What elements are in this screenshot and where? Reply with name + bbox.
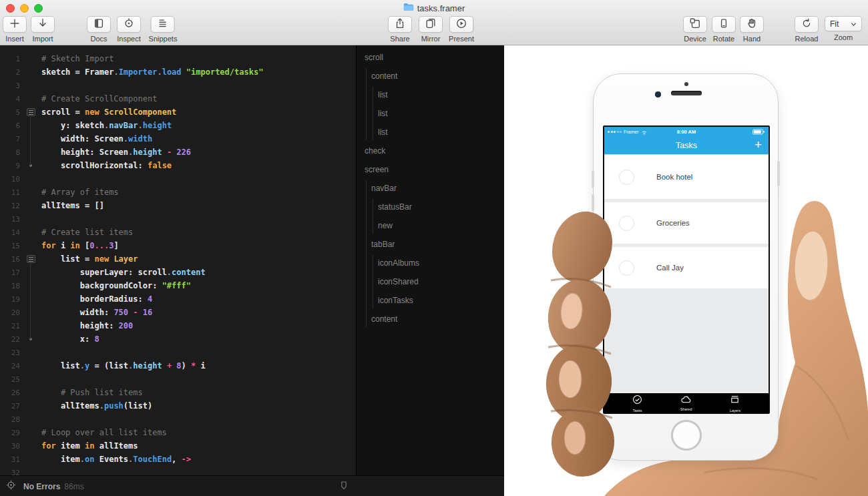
layer-item-navBar[interactable]: navBar xyxy=(357,179,504,198)
code-editor[interactable]: 1 # Sketch Import2 sketch = Framer.Impor… xyxy=(0,45,356,475)
task-checkbox-circle[interactable] xyxy=(619,260,634,276)
code-line-text[interactable]: height: Screen.height - 226 xyxy=(41,148,356,157)
code-line-text[interactable]: item.on Events.TouchEnd, -> xyxy=(41,455,356,464)
line-number: 32 xyxy=(0,469,20,476)
line-number: 19 xyxy=(0,295,20,304)
toolbar-button-rotate[interactable]: Rotate xyxy=(712,16,736,43)
line-number: 4 xyxy=(0,95,20,103)
toolbar-button-mirror[interactable]: Mirror xyxy=(419,16,443,43)
line-number: 9 xyxy=(0,162,20,170)
layer-item-iconAlbums[interactable]: iconAlbums xyxy=(357,254,504,272)
line-number: 6 xyxy=(0,121,20,130)
window-title: tasks.framer xyxy=(0,3,868,13)
code-line-text[interactable]: height: 200 xyxy=(41,321,356,330)
code-line-text[interactable]: width: 750 - 16 xyxy=(41,308,356,317)
code-line: 9 scrollHorizontal: false xyxy=(0,159,356,172)
line-number: 1 xyxy=(0,55,20,63)
zoom-dropdown[interactable]: Fit xyxy=(825,16,862,31)
connect-device-icon[interactable] xyxy=(339,480,349,495)
toolbar-button-hand[interactable]: Hand xyxy=(740,16,764,43)
code-line-text[interactable]: scrollHorizontal: false xyxy=(41,161,356,170)
layer-item-screen[interactable]: screen xyxy=(357,160,504,179)
toolbar-button-docs[interactable]: Docs xyxy=(87,16,111,43)
code-line-text[interactable]: width: Screen.width xyxy=(41,134,356,144)
inspect-target-icon xyxy=(123,17,135,32)
code-line-text[interactable]: sketch = Framer.Importer.load "imported/… xyxy=(41,67,356,77)
layer-item-iconShared[interactable]: iconShared xyxy=(357,272,504,291)
layer-item-statusBar[interactable]: statusBar xyxy=(357,198,504,216)
task-item-1[interactable]: Book hotel xyxy=(604,155,769,199)
code-fold-icon[interactable] xyxy=(27,255,35,263)
line-number: 21 xyxy=(0,322,20,330)
code-line-text[interactable]: # Loop over all list items xyxy=(41,428,356,437)
task-item-2[interactable]: Groceries xyxy=(604,202,769,244)
code-line-text[interactable]: # Push list items xyxy=(41,388,356,397)
phone-tab-tasks[interactable]: Tasks xyxy=(632,393,643,413)
line-number: 25 xyxy=(0,375,20,384)
code-line-text[interactable]: allItems.push(list) xyxy=(41,401,356,411)
code-line: 5 scroll = new ScrollComponent xyxy=(0,105,356,119)
layer-indent-guide xyxy=(373,255,373,308)
phone-status-bar: Framer 8:00 AM xyxy=(604,127,769,137)
phone-tab-layers[interactable]: Layers xyxy=(729,393,741,413)
line-number: 22 xyxy=(0,335,20,344)
device-screen: Framer 8:00 AM xyxy=(603,126,770,414)
toolbar-button-share[interactable]: Share xyxy=(388,16,412,43)
task-item-3[interactable]: Call Jay xyxy=(604,247,769,288)
phone-tab-shared[interactable]: Shared xyxy=(680,393,692,413)
code-line: 12 allItems = [] xyxy=(0,199,356,212)
layer-item-check[interactable]: check xyxy=(357,142,504,160)
code-line-text[interactable]: for item in allItems xyxy=(41,441,356,451)
code-line-text[interactable]: superLayer: scroll.content xyxy=(41,268,356,277)
layer-item-scroll[interactable]: scroll xyxy=(357,48,504,67)
toolbar-button-device[interactable]: Device xyxy=(683,16,707,43)
line-number: 8 xyxy=(0,148,20,157)
volume-up-button xyxy=(592,171,594,188)
layer-item-content[interactable]: content xyxy=(357,67,504,85)
code-line-text[interactable]: # Sketch Import xyxy=(41,54,356,63)
code-line: 19 borderRadius: 4 xyxy=(0,292,356,306)
code-line-text[interactable]: # Create ScrollComponent xyxy=(41,94,356,103)
layer-item-list[interactable]: list xyxy=(357,123,504,142)
toolbar-button-reload[interactable]: Reload xyxy=(795,16,819,43)
line-number: 27 xyxy=(0,402,20,411)
add-task-button[interactable]: + xyxy=(754,137,762,153)
toolbar-button-inspect[interactable]: Inspect xyxy=(117,16,141,43)
line-number: 13 xyxy=(0,215,20,224)
layer-item-list[interactable]: list xyxy=(357,85,504,104)
toolbar-label-reload: Reload xyxy=(795,35,819,43)
code-line-text[interactable]: scroll = new ScrollComponent xyxy=(41,107,356,117)
toolbar-button-import[interactable]: Import xyxy=(31,16,55,43)
code-line: 25 xyxy=(0,373,356,386)
layer-item-list[interactable]: list xyxy=(357,104,504,123)
code-line-text[interactable]: x: 8 xyxy=(41,334,356,344)
layer-item-iconTasks[interactable]: iconTasks xyxy=(357,291,504,310)
code-line-text[interactable]: list = new Layer xyxy=(41,254,356,264)
code-line-text[interactable]: borderRadius: 4 xyxy=(41,294,356,304)
line-number: 30 xyxy=(0,442,20,451)
share-icon xyxy=(394,17,406,32)
zoom-control[interactable]: Fit Zoom xyxy=(825,16,862,41)
layer-item-content[interactable]: content xyxy=(357,310,504,328)
home-button[interactable] xyxy=(671,420,702,451)
target-crosshair-icon[interactable] xyxy=(5,479,17,493)
code-line-text[interactable]: for i in [0...3] xyxy=(41,241,356,250)
toolbar-button-insert[interactable]: Insert xyxy=(3,16,27,43)
code-line-text[interactable]: y: sketch.navBar.height xyxy=(41,121,356,130)
task-checkbox-circle[interactable] xyxy=(619,170,634,185)
layer-item-new[interactable]: new xyxy=(357,216,504,235)
code-line-text[interactable]: # Create list items xyxy=(41,228,356,237)
toolbar-button-snippets[interactable]: Snippets xyxy=(149,16,178,43)
toolbar-button-present[interactable]: Present xyxy=(449,16,474,43)
code-line: 23 xyxy=(0,346,356,359)
code-line-text[interactable]: backgroundColor: "#fff" xyxy=(41,281,356,290)
layer-item-tabBar[interactable]: tabBar xyxy=(357,235,504,254)
task-checkbox-circle[interactable] xyxy=(619,216,634,231)
code-line-text[interactable]: list.y = (list.height + 8) * i xyxy=(41,361,356,370)
code-line-text[interactable]: # Array of items xyxy=(41,188,356,197)
docs-panel-icon xyxy=(93,17,105,32)
code-line-text[interactable]: allItems = [] xyxy=(41,201,356,210)
code-line: 11 # Array of items xyxy=(0,186,356,199)
task-label: Book hotel xyxy=(656,173,692,181)
code-fold-icon[interactable] xyxy=(27,108,35,116)
